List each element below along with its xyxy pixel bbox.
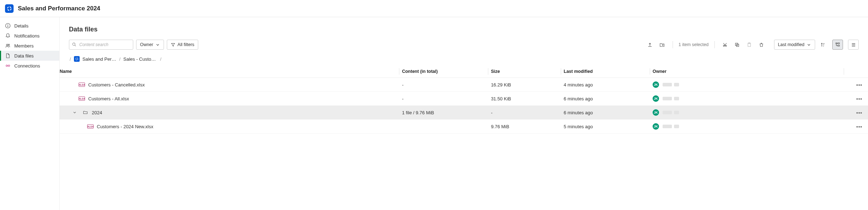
sidebar-item-label: Connections bbox=[14, 63, 40, 69]
cell-owner: JK bbox=[650, 92, 844, 106]
sidebar-item-label: Data files bbox=[14, 53, 34, 59]
upload-button[interactable] bbox=[645, 40, 655, 50]
cell-owner: JK bbox=[650, 78, 844, 92]
owner-name-placeholder bbox=[663, 83, 672, 86]
breadcrumb-current[interactable]: Sales - Custom… bbox=[123, 56, 157, 62]
cell-content bbox=[399, 120, 488, 134]
sort-button[interactable]: Last modified bbox=[774, 40, 815, 50]
cell-size: 31.50 KiB bbox=[488, 92, 561, 106]
col-content[interactable]: Content (in total) bbox=[399, 65, 488, 78]
col-name[interactable]: Name bbox=[60, 65, 399, 78]
chevron-down-icon bbox=[155, 42, 160, 47]
owner-filter-label: Owner bbox=[140, 42, 153, 47]
search-wrap bbox=[69, 40, 133, 50]
sidebar-item-members[interactable]: Members bbox=[0, 41, 59, 51]
app-icon bbox=[5, 4, 14, 13]
table-row[interactable]: XLSXCustomers - 2024 New.xlsx9.76 MiB5 m… bbox=[60, 120, 868, 134]
avatar: JK bbox=[653, 95, 659, 102]
page-title: Sales and Performance 2024 bbox=[18, 5, 100, 12]
table-row[interactable]: 20241 file / 9.76 MiB-6 minutes agoJK••• bbox=[60, 106, 868, 120]
upload-icon bbox=[647, 42, 653, 48]
all-filters-label: All filters bbox=[178, 42, 194, 47]
cut-button[interactable] bbox=[720, 40, 730, 50]
table-row[interactable]: XLSXCustomers - Cancelled.xlsx-16.29 KiB… bbox=[60, 78, 868, 92]
sidebar-item-notifications[interactable]: Notifications bbox=[0, 31, 59, 41]
space-icon bbox=[74, 56, 80, 62]
main-content: Data files Owner All filters bbox=[60, 17, 868, 210]
item-name: Customers - 2024 New.xlsx bbox=[97, 124, 153, 129]
all-filters-button[interactable]: All filters bbox=[167, 40, 198, 50]
sidebar-item-connections[interactable]: Connections bbox=[0, 61, 59, 71]
owner-name-placeholder bbox=[674, 97, 679, 100]
list-view-icon bbox=[851, 42, 856, 48]
item-name: Customers - Cancelled.xlsx bbox=[88, 82, 145, 88]
owner-name-placeholder bbox=[674, 83, 679, 86]
sort-label: Last modified bbox=[778, 42, 804, 47]
table-row[interactable]: XLSXCustomers - All.xlsx-31.50 KiB6 minu… bbox=[60, 92, 868, 106]
sidebar-item-label: Members bbox=[14, 43, 34, 49]
breadcrumb-sep: / bbox=[119, 56, 121, 62]
row-menu-button[interactable]: ••• bbox=[856, 110, 862, 115]
search-input[interactable] bbox=[69, 40, 133, 50]
cell-size: 9.76 MiB bbox=[488, 120, 561, 134]
row-menu-button[interactable]: ••• bbox=[856, 82, 862, 88]
breadcrumb-sep: / bbox=[70, 56, 71, 62]
item-name: Customers - All.xlsx bbox=[88, 96, 129, 101]
cell-modified: 5 minutes ago bbox=[561, 120, 650, 134]
owner-filter-button[interactable]: Owner bbox=[136, 40, 164, 50]
cell-modified: 4 minutes ago bbox=[561, 78, 650, 92]
owner-name-placeholder bbox=[674, 111, 679, 114]
owner-name-placeholder bbox=[674, 125, 679, 128]
owner-name-placeholder bbox=[663, 97, 672, 100]
xlsx-icon: XLSX bbox=[88, 124, 93, 129]
cell-content: - bbox=[399, 78, 488, 92]
col-owner[interactable]: Owner bbox=[650, 65, 844, 78]
cell-size: - bbox=[488, 106, 561, 120]
new-folder-button[interactable] bbox=[658, 40, 667, 50]
filter-icon bbox=[171, 42, 175, 47]
cell-owner: JK bbox=[650, 106, 844, 120]
breadcrumb-root[interactable]: Sales and Perf… bbox=[83, 56, 116, 62]
xlsx-icon: XLSX bbox=[79, 96, 85, 101]
table-header-row: Name Content (in total) Size Last modifi… bbox=[60, 65, 868, 78]
bell-icon bbox=[5, 33, 11, 39]
cell-modified: 6 minutes ago bbox=[561, 106, 650, 120]
selection-count: 1 item selected bbox=[679, 42, 709, 47]
folder-icon bbox=[83, 110, 88, 115]
owner-name-placeholder bbox=[663, 125, 672, 128]
owner-name-placeholder bbox=[663, 111, 672, 114]
divider bbox=[714, 41, 715, 48]
col-size[interactable]: Size bbox=[488, 65, 561, 78]
delete-button[interactable] bbox=[757, 40, 766, 50]
chevron-down-icon[interactable] bbox=[73, 110, 77, 115]
row-menu-button[interactable]: ••• bbox=[856, 96, 862, 101]
sidebar: Details Notifications Members Data files… bbox=[0, 17, 60, 210]
view-tree-button[interactable] bbox=[832, 40, 843, 50]
section-title: Data files bbox=[69, 26, 859, 33]
sort-direction-button[interactable] bbox=[818, 40, 827, 50]
row-menu-button[interactable]: ••• bbox=[856, 124, 862, 129]
tree-view-icon bbox=[835, 42, 840, 48]
cell-size: 16.29 KiB bbox=[488, 78, 561, 92]
sidebar-item-data-files[interactable]: Data files bbox=[0, 51, 59, 61]
breadcrumb-sep: / bbox=[160, 56, 161, 62]
avatar: JK bbox=[653, 109, 659, 116]
sidebar-item-label: Details bbox=[14, 23, 29, 29]
breadcrumb: / Sales and Perf… / Sales - Custom… / bbox=[69, 56, 859, 62]
sort-direction-icon bbox=[820, 42, 825, 48]
cell-modified: 6 minutes ago bbox=[561, 92, 650, 106]
view-list-button[interactable] bbox=[848, 40, 859, 50]
cell-content: 1 file / 9.76 MiB bbox=[399, 106, 488, 120]
sidebar-item-details[interactable]: Details bbox=[0, 21, 59, 31]
copy-button[interactable] bbox=[733, 40, 742, 50]
toolbar: Owner All filters 1 item selected bbox=[69, 40, 859, 50]
col-modified[interactable]: Last modified bbox=[561, 65, 650, 78]
search-icon bbox=[72, 42, 77, 47]
xlsx-icon: XLSX bbox=[79, 82, 85, 87]
paste-icon bbox=[747, 42, 752, 48]
file-icon bbox=[5, 53, 11, 59]
new-folder-icon bbox=[659, 42, 665, 48]
divider bbox=[673, 41, 673, 48]
chevron-down-icon bbox=[807, 42, 811, 47]
paste-button bbox=[745, 40, 754, 50]
